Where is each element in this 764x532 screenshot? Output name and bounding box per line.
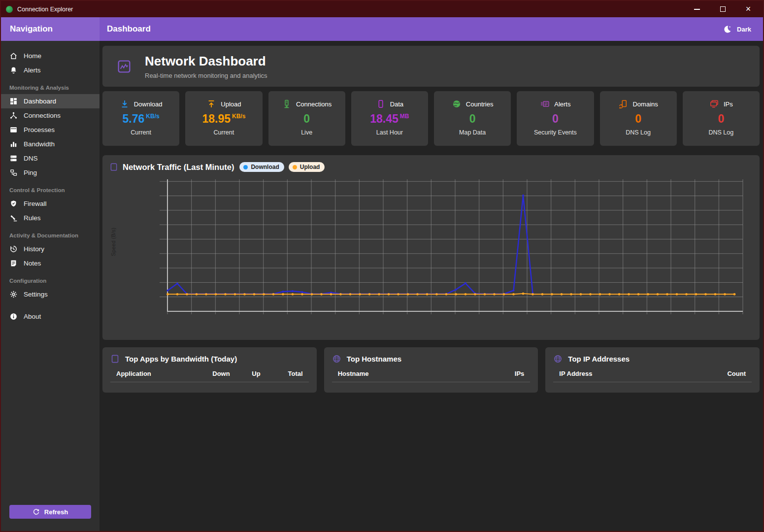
sidebar-section-control-protection: Control & Protection: [1, 187, 100, 193]
sidebar-item-label: Notes: [24, 260, 41, 267]
stat-value: 0: [718, 112, 724, 125]
syncdev-icon: [618, 99, 628, 109]
sidebar-item-label: DNS: [24, 155, 38, 162]
legend-chip-download[interactable]: Download: [239, 162, 284, 172]
stat-card-ips: IPs0DNS Log: [683, 91, 760, 146]
sidebar-item-dns[interactable]: DNS: [1, 151, 100, 166]
stat-label: Data: [390, 100, 403, 108]
history-icon: [9, 245, 18, 253]
minimize-button[interactable]: [693, 5, 701, 13]
title-bar: Connection Explorer ×: [1, 1, 763, 17]
stat-sublabel: Last Hour: [351, 129, 428, 136]
sidebar-header-label: Navigation: [10, 24, 53, 34]
table-title: Top IP Addresses: [568, 355, 630, 363]
stat-card-countries: Countries0Map Data: [434, 91, 511, 146]
stat-card-data: Data18.45MBLast Hour: [351, 91, 428, 146]
sidebar-item-label: Home: [24, 52, 41, 60]
stat-sublabel: DNS Log: [600, 129, 677, 136]
column-header-application: Application: [116, 370, 187, 377]
refresh-button-label: Refresh: [44, 508, 68, 516]
upload-icon: [206, 99, 216, 109]
legend-dot-icon: [243, 165, 248, 169]
sidebar-item-notes[interactable]: Notes: [1, 256, 100, 270]
window-title: Connection Explorer: [17, 6, 73, 13]
stat-label: Alerts: [554, 100, 570, 108]
tables-row: Top Apps by Bandwidth (Today)Application…: [102, 347, 760, 393]
sidebar-item-alerts[interactable]: Alerts: [1, 63, 100, 77]
traffic-panel-icon: [109, 162, 118, 172]
stat-value: 18.95: [202, 112, 231, 125]
window-controls: ×: [693, 5, 757, 13]
chart-panel-icon: [116, 59, 132, 74]
sidebar-item-settings[interactable]: Settings: [1, 287, 100, 301]
stat-sublabel: Current: [185, 129, 262, 136]
refresh-button[interactable]: Refresh: [9, 505, 91, 519]
stat-value: 18.45: [370, 112, 399, 125]
stat-label: IPs: [724, 100, 733, 108]
legend-dot-icon: [293, 165, 297, 169]
sidebar-item-processes[interactable]: Processes: [1, 123, 100, 137]
dashboard-icon: [9, 97, 18, 105]
y-axis-label: Speed (B/s): [110, 217, 116, 266]
sidebar-item-label: Firewall: [24, 200, 47, 207]
legend-label: Download: [251, 164, 279, 170]
sidebar-item-connections[interactable]: Connections: [1, 108, 100, 123]
stat-label: Download: [134, 100, 163, 108]
stats-row: Download5.76KB/sCurrentUpload18.95KB/sCu…: [102, 91, 760, 146]
app-window: Connection Explorer × Navigation Dashboa…: [0, 0, 764, 532]
sidebar-item-about[interactable]: About: [1, 309, 100, 324]
sidebar-item-dashboard[interactable]: Dashboard: [1, 94, 100, 108]
phone-icon: [376, 99, 386, 109]
sidebar-item-rules[interactable]: Rules: [1, 211, 100, 225]
stat-value: 5.76: [123, 112, 145, 125]
theme-toggle[interactable]: Dark: [723, 25, 751, 34]
legend-label: Upload: [300, 164, 320, 170]
sidebar-item-label: Ping: [24, 169, 37, 176]
sidebar-item-label: Settings: [24, 291, 48, 298]
maximize-button[interactable]: [719, 5, 727, 13]
home-icon: [9, 52, 18, 60]
column-header-count: Count: [717, 370, 746, 377]
stat-card-upload: Upload18.95KB/sCurrent: [185, 91, 262, 146]
theme-toggle-label: Dark: [737, 26, 751, 33]
column-header-down: Down: [187, 370, 230, 377]
stat-unit: MB: [400, 113, 409, 120]
hub-icon: [9, 111, 18, 120]
shield-icon: [9, 200, 18, 208]
stat-card-download: Download5.76KB/sCurrent: [102, 91, 179, 146]
stat-label: Domains: [632, 100, 658, 108]
close-button[interactable]: ×: [744, 5, 752, 13]
sidebar-item-history[interactable]: History: [1, 242, 100, 256]
stat-sublabel: Map Data: [434, 129, 511, 136]
stat-label: Upload: [221, 100, 241, 108]
sidebar-item-label: History: [24, 245, 44, 253]
refresh-icon: [33, 508, 40, 516]
bell-icon: [9, 66, 18, 74]
feed-icon: [540, 99, 550, 109]
minimize-icon: [694, 9, 700, 10]
hero-subtitle: Real-time network monitoring and analyti…: [145, 72, 267, 79]
sidebar-item-home[interactable]: Home: [1, 49, 100, 63]
table-header-row: HostnameIPs: [332, 370, 531, 382]
download-icon: [120, 99, 130, 109]
legend-chip-upload[interactable]: Upload: [289, 162, 325, 172]
app-icon: [6, 6, 13, 13]
sidebar-item-label: About: [24, 313, 41, 320]
table-panel-top-ip-addresses: Top IP AddressesIP AddressCount: [545, 347, 760, 393]
devices-icon: [9, 168, 18, 177]
gear-icon: [9, 290, 18, 299]
stat-value: 0: [635, 112, 641, 125]
stat-card-domains: Domains0DNS Log: [600, 91, 677, 146]
sidebar-item-ping[interactable]: Ping: [1, 166, 100, 180]
sidebar-item-bandwidth[interactable]: Bandwidth: [1, 137, 100, 151]
sidebar-item-label: Bandwidth: [24, 140, 55, 148]
stat-card-alerts: Alerts0Security Events: [517, 91, 594, 146]
moon-icon: [723, 25, 732, 34]
hero-title: Network Dashboard: [145, 54, 267, 69]
traffic-panel: Network Traffic (Last Minute) DownloadUp…: [102, 155, 760, 340]
note-icon: [9, 259, 18, 267]
sidebar-section-monitoring-analysis: Monitoring & Analysis: [1, 85, 100, 91]
info-icon: [9, 312, 18, 321]
sidebar-item-firewall[interactable]: Firewall: [1, 197, 100, 211]
table-title: Top Apps by Bandwidth (Today): [125, 355, 237, 363]
